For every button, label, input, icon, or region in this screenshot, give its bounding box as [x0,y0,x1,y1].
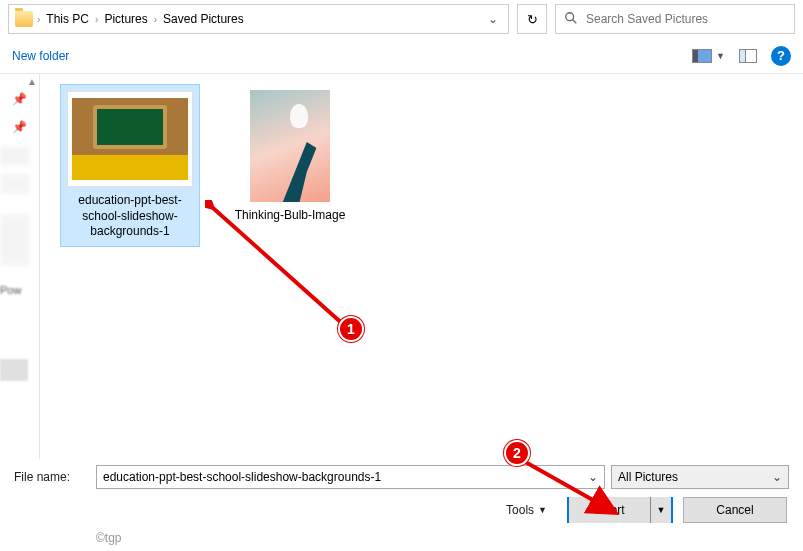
filename-input[interactable] [97,470,582,484]
nav-item-pow[interactable]: Pow [0,284,21,296]
file-item-thinking-bulb[interactable]: Thinking-Bulb-Image [220,84,360,230]
view-mode-icon[interactable] [692,49,712,63]
tools-dropdown[interactable]: Tools ▼ [506,503,547,517]
file-thumbnail [250,90,330,202]
cancel-button-label: Cancel [716,503,753,517]
tools-label: Tools [506,503,534,517]
watermark: ©tgp [96,531,122,545]
file-thumbnail [67,91,193,187]
insert-button-label: Insert [594,503,624,517]
search-input[interactable] [586,12,786,26]
address-dropdown-icon[interactable]: ⌄ [484,8,502,30]
chevron-down-icon: ⌄ [772,470,782,484]
insert-button[interactable]: Insert [569,497,651,523]
chevron-down-icon: ▼ [657,505,666,515]
view-mode-dropdown-icon[interactable]: ▼ [716,51,725,61]
toolbar: New folder ▼ ? [0,38,803,74]
search-icon [564,11,578,28]
svg-point-0 [566,12,574,20]
insert-split-button: Insert ▼ [567,497,673,523]
nav-item-blurred [0,146,30,166]
chevron-right-icon: › [95,14,98,25]
refresh-button[interactable]: ↻ [517,4,547,34]
body-area: ▲ 📌 📌 Pow education-ppt-best-school-slid… [0,74,803,459]
breadcrumb-pictures[interactable]: Pictures [102,10,149,28]
address-bar: › This PC › Pictures › Saved Pictures ⌄ … [0,0,803,38]
help-icon[interactable]: ? [771,46,791,66]
filetype-filter-label: All Pictures [618,470,678,484]
filename-label: File name: [14,470,90,484]
file-name-label: education-ppt-best-school-slideshow-back… [67,193,193,240]
file-item-education-ppt[interactable]: education-ppt-best-school-slideshow-back… [60,84,200,247]
file-name-label: Thinking-Bulb-Image [226,208,354,224]
chevron-right-icon: › [154,14,157,25]
insert-dropdown-button[interactable]: ▼ [651,497,671,523]
navigation-pane[interactable]: ▲ 📌 📌 Pow [0,74,40,459]
pin-icon: 📌 [12,120,27,134]
new-folder-button[interactable]: New folder [12,49,69,63]
nav-item-blurred [0,214,30,266]
cancel-button[interactable]: Cancel [683,497,787,523]
breadcrumb-box[interactable]: › This PC › Pictures › Saved Pictures ⌄ [8,4,509,34]
nav-item-blurred [0,174,30,194]
chevron-down-icon: ▼ [538,505,547,515]
filetype-filter-dropdown[interactable]: All Pictures ⌄ [611,465,789,489]
filename-dropdown-icon[interactable]: ⌄ [582,470,604,484]
preview-pane-icon[interactable] [739,49,757,63]
breadcrumb-saved-pictures[interactable]: Saved Pictures [161,10,246,28]
chevron-right-icon: › [37,14,40,25]
filename-combobox[interactable]: ⌄ [96,465,605,489]
search-box[interactable] [555,4,795,34]
nav-item-selected[interactable] [0,359,28,381]
refresh-icon: ↻ [527,12,538,27]
file-list-pane[interactable]: education-ppt-best-school-slideshow-back… [40,74,803,459]
folder-icon [15,11,33,27]
pin-icon: 📌 [12,92,27,106]
bottom-bar: File name: ⌄ All Pictures ⌄ Tools ▼ Inse… [0,459,803,529]
scroll-up-icon[interactable]: ▲ [27,76,37,87]
breadcrumb-this-pc[interactable]: This PC [44,10,91,28]
svg-line-1 [573,19,577,23]
